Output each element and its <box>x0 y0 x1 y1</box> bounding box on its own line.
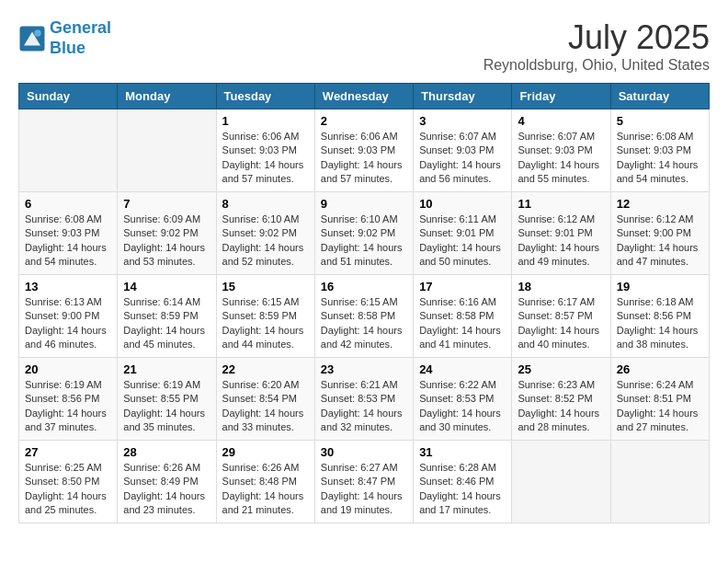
day-number: 26 <box>617 362 703 376</box>
month-year-title: July 2025 <box>483 18 710 57</box>
day-info: Sunrise: 6:19 AM Sunset: 8:55 PM Dayligh… <box>123 378 210 435</box>
weekday-header-tuesday: Tuesday <box>216 84 314 109</box>
day-number: 29 <box>222 445 309 459</box>
day-info: Sunrise: 6:14 AM Sunset: 8:59 PM Dayligh… <box>123 295 210 352</box>
day-cell <box>512 441 610 523</box>
day-cell: 14Sunrise: 6:14 AM Sunset: 8:59 PM Dayli… <box>118 275 216 358</box>
day-info: Sunrise: 6:18 AM Sunset: 8:56 PM Dayligh… <box>617 295 703 352</box>
location-subtitle: Reynoldsburg, Ohio, United States <box>483 57 710 74</box>
logo-line2: Blue <box>50 39 85 57</box>
day-cell: 19Sunrise: 6:18 AM Sunset: 8:56 PM Dayli… <box>610 275 709 358</box>
day-number: 30 <box>321 445 407 459</box>
day-cell: 21Sunrise: 6:19 AM Sunset: 8:55 PM Dayli… <box>118 358 216 441</box>
day-number: 24 <box>419 362 506 376</box>
day-cell: 6Sunrise: 6:08 AM Sunset: 9:03 PM Daylig… <box>19 192 118 275</box>
day-info: Sunrise: 6:25 AM Sunset: 8:50 PM Dayligh… <box>25 461 111 518</box>
day-cell: 16Sunrise: 6:15 AM Sunset: 8:58 PM Dayli… <box>314 275 413 358</box>
day-cell: 25Sunrise: 6:23 AM Sunset: 8:52 PM Dayli… <box>512 358 610 441</box>
week-row-4: 20Sunrise: 6:19 AM Sunset: 8:56 PM Dayli… <box>19 358 710 441</box>
day-number: 7 <box>123 197 210 211</box>
weekday-header-monday: Monday <box>118 84 216 109</box>
svg-point-2 <box>34 29 41 37</box>
day-number: 31 <box>419 445 506 459</box>
logo-icon <box>18 25 46 52</box>
day-cell: 17Sunrise: 6:16 AM Sunset: 8:58 PM Dayli… <box>414 275 512 358</box>
day-info: Sunrise: 6:07 AM Sunset: 9:03 PM Dayligh… <box>518 130 604 187</box>
weekday-header-saturday: Saturday <box>610 84 709 109</box>
day-info: Sunrise: 6:20 AM Sunset: 8:54 PM Dayligh… <box>222 378 309 435</box>
day-number: 25 <box>518 362 604 376</box>
day-number: 17 <box>419 280 506 293</box>
day-number: 13 <box>25 280 111 293</box>
week-row-3: 13Sunrise: 6:13 AM Sunset: 9:00 PM Dayli… <box>19 275 710 358</box>
day-number: 28 <box>123 445 210 459</box>
day-info: Sunrise: 6:22 AM Sunset: 8:53 PM Dayligh… <box>419 378 506 435</box>
day-number: 3 <box>419 114 506 128</box>
week-row-5: 27Sunrise: 6:25 AM Sunset: 8:50 PM Dayli… <box>19 441 710 523</box>
day-info: Sunrise: 6:21 AM Sunset: 8:53 PM Dayligh… <box>321 378 407 435</box>
logo: General Blue <box>18 18 111 58</box>
day-info: Sunrise: 6:26 AM Sunset: 8:49 PM Dayligh… <box>123 461 210 518</box>
day-number: 14 <box>123 280 210 293</box>
day-info: Sunrise: 6:08 AM Sunset: 9:03 PM Dayligh… <box>617 130 703 187</box>
day-number: 1 <box>222 114 309 128</box>
day-info: Sunrise: 6:08 AM Sunset: 9:03 PM Dayligh… <box>25 213 111 270</box>
weekday-header-row: SundayMondayTuesdayWednesdayThursdayFrid… <box>19 84 710 109</box>
day-info: Sunrise: 6:07 AM Sunset: 9:03 PM Dayligh… <box>419 130 506 187</box>
day-cell: 27Sunrise: 6:25 AM Sunset: 8:50 PM Dayli… <box>19 441 118 523</box>
day-cell <box>19 109 118 192</box>
day-number: 27 <box>25 445 111 459</box>
day-cell: 15Sunrise: 6:15 AM Sunset: 8:59 PM Dayli… <box>216 275 314 358</box>
day-cell: 13Sunrise: 6:13 AM Sunset: 9:00 PM Dayli… <box>19 275 118 358</box>
day-info: Sunrise: 6:12 AM Sunset: 9:01 PM Dayligh… <box>518 213 604 270</box>
day-cell: 18Sunrise: 6:17 AM Sunset: 8:57 PM Dayli… <box>512 275 610 358</box>
day-number: 10 <box>419 197 506 211</box>
day-info: Sunrise: 6:28 AM Sunset: 8:46 PM Dayligh… <box>419 461 506 518</box>
day-cell <box>610 441 709 523</box>
weekday-header-wednesday: Wednesday <box>314 84 413 109</box>
week-row-1: 1Sunrise: 6:06 AM Sunset: 9:03 PM Daylig… <box>19 109 710 192</box>
day-info: Sunrise: 6:24 AM Sunset: 8:51 PM Dayligh… <box>617 378 703 435</box>
day-cell: 3Sunrise: 6:07 AM Sunset: 9:03 PM Daylig… <box>414 109 512 192</box>
day-info: Sunrise: 6:09 AM Sunset: 9:02 PM Dayligh… <box>123 213 210 270</box>
day-info: Sunrise: 6:10 AM Sunset: 9:02 PM Dayligh… <box>321 213 407 270</box>
day-cell: 7Sunrise: 6:09 AM Sunset: 9:02 PM Daylig… <box>118 192 216 275</box>
day-cell: 20Sunrise: 6:19 AM Sunset: 8:56 PM Dayli… <box>19 358 118 441</box>
weekday-header-friday: Friday <box>512 84 610 109</box>
day-cell: 26Sunrise: 6:24 AM Sunset: 8:51 PM Dayli… <box>610 358 709 441</box>
day-info: Sunrise: 6:26 AM Sunset: 8:48 PM Dayligh… <box>222 461 309 518</box>
day-info: Sunrise: 6:23 AM Sunset: 8:52 PM Dayligh… <box>518 378 604 435</box>
day-number: 22 <box>222 362 309 376</box>
day-info: Sunrise: 6:10 AM Sunset: 9:02 PM Dayligh… <box>222 213 309 270</box>
day-info: Sunrise: 6:27 AM Sunset: 8:47 PM Dayligh… <box>321 461 407 518</box>
day-info: Sunrise: 6:12 AM Sunset: 9:00 PM Dayligh… <box>617 213 703 270</box>
day-cell <box>118 109 216 192</box>
day-cell: 28Sunrise: 6:26 AM Sunset: 8:49 PM Dayli… <box>118 441 216 523</box>
day-info: Sunrise: 6:13 AM Sunset: 9:00 PM Dayligh… <box>25 295 111 352</box>
day-number: 2 <box>321 114 407 128</box>
day-cell: 11Sunrise: 6:12 AM Sunset: 9:01 PM Dayli… <box>512 192 610 275</box>
weekday-header-thursday: Thursday <box>414 84 512 109</box>
day-number: 15 <box>222 280 309 293</box>
day-number: 6 <box>25 197 111 211</box>
day-info: Sunrise: 6:19 AM Sunset: 8:56 PM Dayligh… <box>25 378 111 435</box>
day-number: 21 <box>123 362 210 376</box>
day-info: Sunrise: 6:06 AM Sunset: 9:03 PM Dayligh… <box>321 130 407 187</box>
day-cell: 22Sunrise: 6:20 AM Sunset: 8:54 PM Dayli… <box>216 358 314 441</box>
day-info: Sunrise: 6:16 AM Sunset: 8:58 PM Dayligh… <box>419 295 506 352</box>
day-cell: 1Sunrise: 6:06 AM Sunset: 9:03 PM Daylig… <box>216 109 314 192</box>
day-cell: 8Sunrise: 6:10 AM Sunset: 9:02 PM Daylig… <box>216 192 314 275</box>
day-number: 4 <box>518 114 604 128</box>
day-number: 5 <box>617 114 703 128</box>
day-number: 18 <box>518 280 604 293</box>
day-cell: 9Sunrise: 6:10 AM Sunset: 9:02 PM Daylig… <box>314 192 413 275</box>
title-area: July 2025 Reynoldsburg, Ohio, United Sta… <box>483 18 710 74</box>
page-header: General Blue July 2025 Reynoldsburg, Ohi… <box>18 18 710 74</box>
day-cell: 2Sunrise: 6:06 AM Sunset: 9:03 PM Daylig… <box>314 109 413 192</box>
day-cell: 29Sunrise: 6:26 AM Sunset: 8:48 PM Dayli… <box>216 441 314 523</box>
day-number: 11 <box>518 197 604 211</box>
day-cell: 12Sunrise: 6:12 AM Sunset: 9:00 PM Dayli… <box>610 192 709 275</box>
logo-line1: General <box>50 18 111 37</box>
weekday-header-sunday: Sunday <box>19 84 118 109</box>
week-row-2: 6Sunrise: 6:08 AM Sunset: 9:03 PM Daylig… <box>19 192 710 275</box>
